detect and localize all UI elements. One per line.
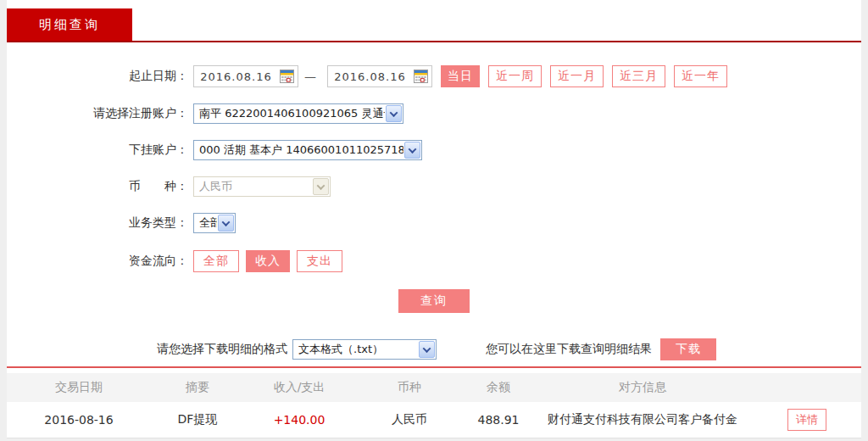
table-row: 2016-08-16 DF提现 +140.00 人民币 488.91 财付通支付…	[7, 402, 861, 438]
header-counterparty: 对方信息	[532, 380, 753, 395]
currency-label: 币 种：	[7, 179, 188, 194]
quick-range-3months-button[interactable]: 近三月	[612, 65, 665, 87]
header-trade-date: 交易日期	[7, 380, 151, 395]
header-currency: 币种	[354, 380, 465, 395]
cell-action: 详情	[753, 409, 861, 431]
sub-account-value: 000 活期 基本户 1406600101102571848	[194, 142, 403, 158]
start-date-value: 2016.08.16	[194, 70, 278, 83]
chevron-down-icon[interactable]	[386, 105, 402, 122]
download-button[interactable]: 下载	[660, 338, 716, 360]
tab-detail-query[interactable]: 明细查询	[7, 8, 132, 41]
table-header-row: 交易日期 摘要 收入/支出 币种 余额 对方信息	[7, 373, 861, 402]
download-hint: 您可以在这里下载查询明细结果	[486, 342, 652, 357]
business-type-select[interactable]: 全部	[193, 213, 236, 233]
business-type-value: 全部	[194, 215, 217, 231]
quick-range-today-button[interactable]: 当日	[441, 65, 480, 87]
header-summary: 摘要	[151, 380, 244, 395]
currency-row: 币 种： 人民币	[7, 176, 861, 197]
download-row: 请您选择下载明细的格式 文本格式（.txt） 您可以在这里下载查询明细结果 下载	[7, 338, 861, 360]
chevron-down-icon[interactable]	[419, 341, 435, 358]
chevron-down-icon	[313, 178, 329, 195]
cell-currency: 人民币	[354, 412, 465, 427]
tab-bar: 明细查询	[7, 0, 861, 42]
cell-trade-date: 2016-08-16	[7, 413, 151, 427]
table-top-divider	[7, 366, 861, 368]
chevron-down-icon[interactable]	[218, 215, 234, 232]
date-range-row: 起止日期： 2016.08.16	[7, 65, 861, 87]
start-date-input[interactable]: 2016.08.16	[193, 65, 298, 87]
fund-flow-all-button[interactable]: 全部	[193, 250, 239, 272]
quick-range-week-button[interactable]: 近一周	[488, 65, 542, 87]
chevron-down-icon[interactable]	[404, 142, 420, 159]
query-form: 起止日期： 2016.08.16	[7, 42, 861, 360]
fund-flow-label: 资金流向：	[7, 254, 188, 269]
download-format-select[interactable]: 文本格式（.txt）	[292, 339, 437, 360]
sub-account-row: 下挂账户： 000 活期 基本户 1406600101102571848	[7, 140, 861, 160]
sub-account-label: 下挂账户：	[7, 142, 188, 158]
end-date-value: 2016.08.16	[328, 70, 412, 83]
download-format-label: 请您选择下载明细的格式	[157, 342, 287, 357]
sub-account-select[interactable]: 000 活期 基本户 1406600101102571848	[193, 140, 422, 160]
date-range-separator: —	[304, 70, 316, 83]
business-type-label: 业务类型：	[7, 215, 188, 231]
query-button-row: 查询	[7, 289, 861, 313]
fund-flow-row: 资金流向： 全部 收入 支出	[7, 249, 861, 273]
register-account-label: 请选择注册账户：	[7, 106, 188, 121]
date-range-label: 起止日期：	[7, 69, 188, 84]
cell-amount: +140.00	[244, 413, 354, 427]
register-account-row: 请选择注册账户： 南平 6222001406100921065 灵通卡	[7, 103, 861, 124]
currency-value: 人民币	[194, 179, 312, 194]
download-format-value: 文本格式（.txt）	[293, 342, 418, 357]
content-card: 明细查询 起止日期： 2016.08.16	[7, 0, 861, 438]
header-income-expense: 收入/支出	[244, 380, 354, 395]
cell-balance: 488.91	[465, 413, 532, 427]
calendar-icon[interactable]	[412, 69, 430, 84]
quick-range-year-button[interactable]: 近一年	[674, 65, 727, 87]
currency-select: 人民币	[193, 176, 331, 197]
header-balance: 余额	[465, 380, 532, 395]
register-account-select[interactable]: 南平 6222001406100921065 灵通卡	[193, 103, 403, 124]
fund-flow-expense-button[interactable]: 支出	[297, 250, 342, 272]
end-date-input[interactable]: 2016.08.16	[327, 65, 432, 87]
cell-summary: DF提现	[151, 412, 244, 427]
register-account-value: 南平 6222001406100921065 灵通卡	[194, 106, 385, 121]
fund-flow-income-button[interactable]: 收入	[246, 250, 290, 272]
query-button[interactable]: 查询	[398, 289, 470, 313]
calendar-icon[interactable]	[278, 69, 296, 84]
cell-counterparty: 财付通支付科技有限公司客户备付金	[532, 412, 753, 427]
detail-button[interactable]: 详情	[787, 409, 826, 431]
quick-range-month-button[interactable]: 近一月	[550, 65, 604, 87]
business-type-row: 业务类型： 全部	[7, 213, 861, 233]
